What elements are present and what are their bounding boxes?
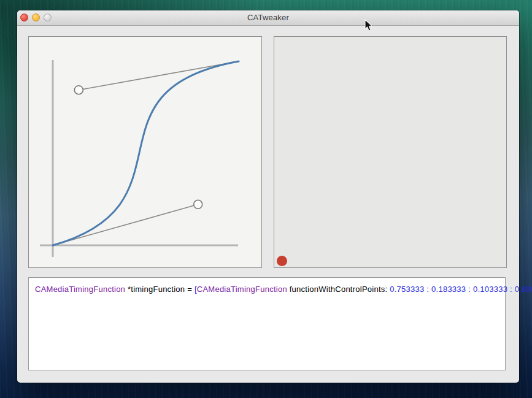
desktop: { "window": { "title": "CATweaker" }, "t… <box>0 0 532 398</box>
control-point-2-knob[interactable] <box>194 200 202 209</box>
control-handle-line-2 <box>53 204 198 245</box>
code-token: CAMediaTimingFunction <box>197 285 287 294</box>
timing-curve-editor[interactable] <box>28 36 262 268</box>
code-token: 0.753333 : 0.183333 : 0.103333 : 0.80666… <box>390 285 532 294</box>
title-bar[interactable]: CATweaker <box>17 10 519 26</box>
animated-dot[interactable] <box>277 256 287 266</box>
code-token: *timingFunction = <box>125 285 195 294</box>
code-token: functionWithControlPoints: <box>287 285 390 294</box>
app-window: CATweaker CAMediaTimingFunction *timingF… <box>17 10 519 383</box>
control-point-1-knob[interactable] <box>74 86 83 94</box>
bezier-curve-canvas[interactable] <box>29 37 261 267</box>
code-output-panel[interactable]: CAMediaTimingFunction *timingFunction = … <box>28 277 506 370</box>
animation-preview-panel[interactable] <box>274 36 507 268</box>
timing-function-code[interactable]: CAMediaTimingFunction *timingFunction = … <box>29 278 505 294</box>
code-token: CAMediaTimingFunction <box>35 285 125 294</box>
control-handle-line-1 <box>79 61 239 90</box>
window-title: CATweaker <box>17 13 519 22</box>
